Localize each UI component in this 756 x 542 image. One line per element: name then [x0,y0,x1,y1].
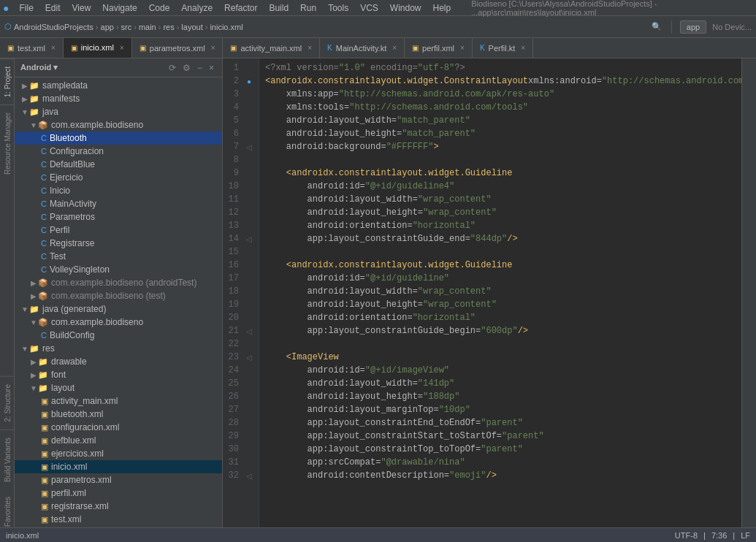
tab-activity-main-close[interactable]: × [308,44,312,52]
menu-view[interactable]: View [66,1,97,15]
menu-run[interactable]: Run [294,1,322,15]
tree-mainactivity[interactable]: C MainActivity [15,197,222,210]
tree-generated-biodiseno[interactable]: ▼ 📦 com.example.biodiseno [15,316,222,329]
editor-content[interactable]: 1 2 ● 3 4 5 [223,58,741,542]
ln-3: 3 [223,89,243,99]
tree-configuracion-xml[interactable]: ▣ configuracion.xml [15,421,222,434]
code-line-25: android:layout_width="141dp" [265,377,741,390]
device-config[interactable]: No Devic... [712,23,752,31]
tree-test-package[interactable]: ▶ 📦 com.example.biodiseno (test) [15,289,222,302]
tab-mainactivity-close[interactable]: × [392,44,397,52]
tree-perfil-xml[interactable]: ▣ perfil.xml [15,486,222,500]
breadcrumb-res[interactable]: res [163,23,174,31]
side-tab-structure[interactable]: 2: Structure [0,376,14,430]
tree-perfil[interactable]: C Perfil [15,224,222,237]
sidebar-tool-gear[interactable]: ⚙ [180,62,193,74]
tree-buildconfig[interactable]: C BuildConfig [15,329,222,342]
ln-17: 17 [223,273,243,283]
tree-parametros-xml[interactable]: ▣ parametros.xml [15,473,222,486]
line-31-gutter: 31 [223,456,259,469]
tree-volleysingleton[interactable]: C VolleySingleton [15,263,222,276]
tree-res[interactable]: ▼ 📁 res [15,342,222,355]
tree-inicio-xml[interactable]: ▣ inicio.xml [15,460,222,473]
menu-window[interactable]: Window [384,1,427,15]
tab-perfil-xml-close[interactable]: × [460,44,465,52]
side-tab-resource-manager[interactable]: Resource Manager [0,104,14,182]
tab-inicio-close[interactable]: × [120,44,124,52]
sidebar-tool-close[interactable]: × [207,62,216,74]
tab-perfil-kt-close[interactable]: × [521,44,525,52]
menu-analyze[interactable]: Analyze [175,1,218,15]
tab-inicio-label: inicio.xml [81,43,114,52]
tree-parametros[interactable]: C Parametros [15,210,222,224]
tree-bluetooth[interactable]: C Bluetooth [15,131,222,145]
menu-navigate[interactable]: Navigate [96,1,142,15]
tree-drawable[interactable]: ▶ 📁 drawable [15,355,222,368]
tree-manifests[interactable]: ▶ 📁 manifests [15,92,222,105]
tree-java[interactable]: ▼ 📁 java [15,105,222,118]
xml-file-icon-3: ▣ [41,423,48,432]
tree-registrarse[interactable]: C Registrarse [15,237,222,250]
tab-parametros[interactable]: ▣ parametros.xml × [132,38,224,58]
search-button[interactable]: 🔍 [647,20,666,33]
tree-label-test-xml: test.xml [51,514,81,524]
tree-defblue-xml[interactable]: ▣ defblue.xml [15,434,222,447]
menu-code[interactable]: Code [143,1,176,15]
tree-ejercicio[interactable]: C Ejercicio [15,171,222,184]
code-line-31: app:srcCompat="@drawable/nina" [265,456,741,469]
tree-defaultblue[interactable]: C DefaultBlue [15,158,222,171]
tree-font[interactable]: ▶ 📁 font [15,368,222,381]
sidebar-tool-sync[interactable]: ⟳ [167,62,178,74]
tree-test-xml[interactable]: ▣ test.xml [15,513,222,526]
sidebar-tool-minus[interactable]: − [195,62,205,74]
tab-perfil-xml[interactable]: ▣ perfil.xml × [405,38,473,58]
side-tab-project[interactable]: 1: Project [0,58,14,104]
menu-file[interactable]: File [13,1,39,15]
code-line-30: app:layout_constraintTop_toTopOf="parent… [265,443,741,456]
menu-refactor[interactable]: Refactor [218,1,263,15]
tree-bluetooth-xml[interactable]: ▣ bluetooth.xml [15,408,222,421]
menu-vcs[interactable]: VCS [354,1,384,15]
tree-layout[interactable]: ▼ 📁 layout [15,381,222,394]
tab-parametros-close[interactable]: × [211,44,215,52]
side-tab-build-variants[interactable]: Build Variants [0,430,14,489]
class-icon-mainactivity: C [41,199,47,208]
android-dropdown[interactable]: Android ▾ [20,63,58,72]
run-config[interactable]: app [680,20,706,34]
breadcrumb-main[interactable]: main [139,23,156,31]
tree-java-generated[interactable]: ▼ 📁 java (generated) [15,302,222,316]
tab-mainactivity[interactable]: K MainActivity.kt × [320,38,405,58]
breadcrumb-file[interactable]: inicio.xml [210,23,243,31]
code-line-21: app:layout_constraintGuide_begin="600dp"… [265,324,741,337]
menu-edit[interactable]: Edit [39,1,66,15]
tree-arrow-java-generated: ▼ [20,305,29,313]
tab-inicio[interactable]: ▣ inicio.xml × [64,38,132,58]
line-19-gutter: 19 [223,298,259,311]
tab-activity-main[interactable]: ▣ activity_main.xml × [223,38,320,58]
breadcrumb-project[interactable]: AndroidStudioProjects [14,23,93,31]
tree-androidtest[interactable]: ▶ 📦 com.example.biodiseno (androidTest) [15,276,222,289]
tree-com-example-biodiseno[interactable]: ▼ 📦 com.example.biodiseno [15,118,222,131]
tree-test[interactable]: C Test [15,250,222,263]
menu-help[interactable]: Help [427,1,457,15]
menu-build[interactable]: Build [263,1,294,15]
code-editor[interactable]: 1 2 ● 3 4 5 [223,58,741,542]
tree-ejercicios-xml[interactable]: ▣ ejercicios.xml [15,447,222,460]
tree-inicio[interactable]: C Inicio [15,184,222,197]
breadcrumb-app[interactable]: app [101,23,114,31]
breadcrumb-src[interactable]: src [121,23,132,31]
tree-activity-main-xml[interactable]: ▣ activity_main.xml [15,394,222,408]
breadcrumb-layout[interactable]: layout [181,23,202,31]
folder-icon: 📁 [29,81,39,91]
tab-bar: ▣ test.xml × ▣ inicio.xml × ▣ parametros… [0,38,756,58]
menu-tools[interactable]: Tools [322,1,354,15]
tab-test-close[interactable]: × [51,44,56,52]
code-text-7c: > [433,140,438,153]
tab-perfil-kt[interactable]: K Perfil.kt × [473,38,533,58]
code-content[interactable]: <?xml version="1.0" encoding="utf-8"?> <… [259,58,741,542]
tree-configuracion[interactable]: C Configuracion [15,145,222,158]
tree-sampledata[interactable]: ▶ 📁 sampledata [15,79,222,92]
tree-label-perfil: Perfil [50,225,69,235]
tab-test[interactable]: ▣ test.xml × [0,38,64,58]
tree-registrarse-xml[interactable]: ▣ registrarse.xml [15,500,222,513]
